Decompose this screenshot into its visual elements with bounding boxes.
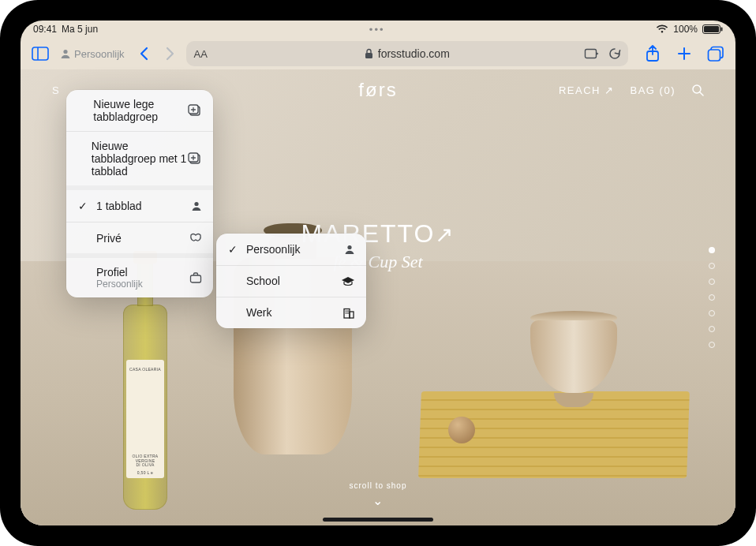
reader-aa-icon[interactable]: AA (194, 48, 208, 60)
address-bar[interactable]: AA forsstudio.com (186, 41, 628, 66)
menu-label: School (246, 275, 280, 287)
tabgroup-menu: Nieuwe lege tabbladgroep Nieuwe tabbladg… (66, 90, 213, 297)
site-brand[interactable]: førs (358, 79, 397, 101)
chevron-down-icon: ⌄ (350, 493, 407, 508)
tabgroup-add-icon (188, 104, 202, 117)
menu-label: ProfielPersoonlijk (96, 266, 143, 290)
screen: 09:41 Ma 5 jun ••• 100% Persoonlijk (21, 21, 735, 525)
share-button[interactable] (641, 42, 664, 65)
site-nav-left[interactable]: S (52, 84, 60, 96)
profile-chip[interactable]: Persoonlijk (57, 48, 128, 60)
wifi-icon (656, 24, 668, 34)
office-icon (342, 308, 355, 319)
status-time: 09:41 (33, 24, 57, 35)
status-date: Ma 5 jun (62, 24, 98, 35)
reload-icon[interactable] (608, 47, 622, 61)
menu-label: Nieuwe tabbladgroep met 1 tabblad (92, 140, 188, 178)
tabs-overview-button[interactable] (704, 42, 728, 65)
svg-rect-2 (720, 28, 722, 32)
graduation-icon (341, 276, 355, 287)
person-icon (191, 200, 202, 211)
bottle-line3: DI OLIVA (136, 463, 154, 468)
bottle-brand: CASA OLEARIA (129, 368, 161, 372)
hero-cup (522, 312, 625, 407)
scroll-hint-text: scroll to shop (350, 481, 407, 490)
forward-button[interactable] (158, 42, 182, 65)
menu-one-tab[interactable]: ✓1 tabblad (66, 190, 213, 222)
menu-profile-sublabel: Persoonlijk (96, 279, 143, 290)
home-indicator[interactable] (323, 518, 433, 522)
tabgroup-add-icon (188, 152, 202, 165)
svg-rect-7 (586, 50, 597, 58)
svg-rect-10 (709, 50, 720, 61)
svg-rect-1 (704, 26, 719, 32)
profile-option-persoonlijk[interactable]: ✓Persoonlijk (216, 234, 366, 265)
svg-rect-20 (344, 309, 350, 318)
svg-rect-22 (346, 310, 347, 312)
page-dot[interactable] (709, 279, 715, 285)
svg-rect-18 (191, 275, 201, 282)
page-dots[interactable] (709, 247, 715, 348)
extensions-icon[interactable] (584, 47, 600, 60)
lock-icon (365, 48, 373, 59)
site-reach-link[interactable]: REACH ↗ (559, 84, 615, 96)
bottle-size: 0,50 L e (137, 471, 153, 476)
site-search-icon[interactable] (691, 84, 704, 96)
bottle-label: CASA OLEARIA OLIO EXTRA VERGINE DI OLIVA… (126, 360, 164, 478)
svg-point-17 (194, 202, 198, 206)
page-dot[interactable] (709, 263, 715, 269)
checkmark-icon: ✓ (77, 200, 88, 212)
person-icon (60, 48, 71, 59)
svg-rect-6 (365, 53, 372, 58)
svg-point-19 (347, 245, 351, 249)
battery-icon (702, 24, 723, 34)
status-grabber: ••• (369, 24, 385, 36)
briefcase-icon (189, 272, 202, 283)
profile-submenu: ✓Persoonlijk School Werk (216, 234, 366, 328)
svg-rect-23 (347, 310, 349, 312)
page-dot[interactable] (709, 326, 715, 332)
page-dot[interactable] (709, 310, 715, 316)
browser-toolbar: Persoonlijk AA forsstudio.com (21, 38, 735, 69)
private-icon (189, 233, 202, 244)
svg-line-12 (700, 92, 703, 95)
back-button[interactable] (133, 42, 156, 65)
svg-rect-25 (347, 312, 349, 314)
person-icon (344, 244, 355, 255)
hero-nut (448, 417, 475, 443)
menu-profile-label: Profiel (96, 266, 128, 279)
menu-label: Nieuwe lege tabbladgroep (93, 98, 188, 123)
menu-label: 1 tabblad (96, 200, 142, 212)
page-dot[interactable] (709, 294, 715, 301)
menu-new-tabgroup-with-one[interactable]: Nieuwe tabbladgroep met 1 tabblad (66, 131, 213, 185)
svg-rect-3 (32, 47, 48, 60)
menu-label: Privé (96, 232, 122, 245)
page-dot[interactable] (709, 342, 715, 348)
menu-profile[interactable]: ProfielPersoonlijk (66, 258, 213, 297)
menu-label: Werk (246, 306, 271, 319)
profile-option-school[interactable]: School (216, 265, 366, 297)
url-text: forsstudio.com (378, 47, 450, 60)
ipad-device-frame: 09:41 Ma 5 jun ••• 100% Persoonlijk (0, 0, 756, 546)
profile-chip-label: Persoonlijk (74, 48, 125, 60)
status-bar: 09:41 Ma 5 jun ••• 100% (21, 21, 735, 38)
svg-rect-21 (350, 312, 354, 318)
site-bag-link[interactable]: BAG (0) (631, 84, 676, 96)
menu-private[interactable]: Privé (66, 222, 213, 253)
sidebar-button[interactable] (28, 42, 52, 65)
hero-arrow-icon: ↗ (435, 223, 455, 247)
profile-option-werk[interactable]: Werk (216, 297, 366, 328)
svg-rect-24 (346, 312, 347, 314)
new-tab-button[interactable] (672, 42, 696, 65)
scroll-hint[interactable]: scroll to shop ⌄ (350, 481, 407, 508)
battery-percent: 100% (673, 24, 698, 35)
menu-label: Persoonlijk (246, 243, 300, 256)
menu-new-empty-tabgroup[interactable]: Nieuwe lege tabbladgroep (66, 90, 213, 131)
checkmark-icon: ✓ (227, 243, 238, 256)
svg-point-5 (63, 50, 67, 54)
page-dot[interactable] (709, 247, 715, 253)
